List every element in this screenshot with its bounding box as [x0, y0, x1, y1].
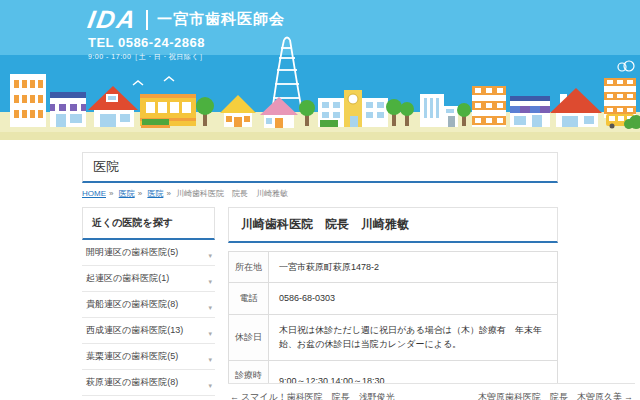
breadcrumb-link[interactable]: 医院 [147, 189, 163, 198]
clinic-pager: ←スマイル！歯科医院 院長 浅野俊光 木曽原歯科医院 院長 木曽原久美→ [228, 383, 635, 400]
breadcrumb-separator: » [109, 189, 113, 198]
clinic-details-table: 所在地 一宮市萩原町萩原1478-2 電話 0586-68-0303 休診日 木… [228, 251, 558, 400]
detail-value: 木日祝は休診ただし週に祝日がある場合は（木）診療有 年末年始、お盆の休診日は当院… [269, 314, 558, 360]
page-title: 医院 [82, 152, 558, 183]
sidebar-district-item[interactable]: 貴船連区の歯科医院(8) ▾ [82, 292, 215, 318]
sidebar-district-item[interactable]: 西成連区の歯科医院(13) ▾ [82, 318, 215, 344]
pager-next-wrap: 木曽原歯科医院 院長 木曽原久美→ [478, 391, 635, 400]
logo-mark-icon: IDA [86, 7, 139, 32]
district-label: 葉栗連区の歯科医院(5) [86, 350, 178, 363]
sidebar: 近くの医院を探す 開明連区の歯科医院(5) ▾ 起連区の歯科医院(1) ▾ 貴船… [82, 207, 215, 400]
header-hours: 9:00 - 17:00［土・日・祝日除く］ [88, 52, 285, 62]
chevron-down-icon: ▾ [208, 330, 212, 337]
breadcrumb-link[interactable]: 医院 [119, 189, 135, 198]
district-list: 開明連区の歯科医院(5) ▾ 起連区の歯科医院(1) ▾ 貴船連区の歯科医院(8… [82, 240, 215, 400]
detail-value: 0586-68-0303 [269, 283, 558, 314]
arrow-right-icon: → [624, 392, 633, 400]
breadcrumb-separator: » [138, 189, 142, 198]
chevron-down-icon: ▾ [208, 304, 212, 311]
sidebar-district-item[interactable]: 開明連区の歯科医院(5) ▾ [82, 240, 215, 266]
chevron-down-icon: ▾ [208, 382, 212, 389]
site-name: 一宮市歯科医師会 [157, 10, 285, 29]
clinic-detail: 川崎歯科医院 院長 川崎雅敏 所在地 一宮市萩原町萩原1478-2 電話 058… [228, 207, 558, 400]
sidebar-district-item[interactable]: 萩原連区の歯科医院(8) ▾ [82, 370, 215, 396]
detail-label: 電話 [229, 283, 269, 314]
chevron-down-icon: ▾ [208, 252, 212, 259]
breadcrumb-link[interactable]: HOME [82, 189, 106, 198]
sidebar-district-item[interactable]: 神山連区の歯科医院(10) ▾ [82, 396, 215, 400]
sidebar-district-item[interactable]: 起連区の歯科医院(1) ▾ [82, 266, 215, 292]
breadcrumb-separator: » [166, 189, 170, 198]
chevron-down-icon: ▾ [208, 278, 212, 285]
breadcrumb-links: HOME» 医院» 医院» [82, 189, 176, 198]
arrow-left-icon: ← [230, 392, 239, 400]
clinic-title: 川崎歯科医院 院長 川崎雅敏 [228, 207, 558, 243]
sidebar-district-item[interactable]: 葉栗連区の歯科医院(5) ▾ [82, 344, 215, 370]
district-label: 開明連区の歯科医院(5) [86, 246, 178, 259]
logo-divider [146, 10, 148, 30]
page-content: 医院 HOME» 医院» 医院» 川崎歯科医院 院長 川崎雅敏 近くの医院を探す… [0, 140, 640, 400]
detail-value: 一宮市萩原町萩原1478-2 [269, 252, 558, 283]
table-row: 休診日 木日祝は休診ただし週に祝日がある場合は（木）診療有 年末年始、お盆の休診… [229, 314, 558, 360]
detail-label: 休診日 [229, 314, 269, 360]
pager-prev-wrap: ←スマイル！歯科医院 院長 浅野俊光 [228, 391, 395, 400]
sidebar-title: 近くの医院を探す [82, 207, 215, 240]
next-clinic-link[interactable]: 木曽原歯科医院 院長 木曽原久美 [478, 392, 622, 400]
table-row: 電話 0586-68-0303 [229, 283, 558, 314]
prev-clinic-link[interactable]: スマイル！歯科医院 院長 浅野俊光 [241, 392, 395, 400]
site-logo[interactable]: IDA 一宮市歯科医師会 [88, 7, 285, 32]
table-row: 所在地 一宮市萩原町萩原1478-2 [229, 252, 558, 283]
chevron-down-icon: ▾ [208, 356, 212, 363]
detail-label: 所在地 [229, 252, 269, 283]
district-label: 貴船連区の歯科医院(8) [86, 298, 178, 311]
header-phone: TEL 0586-24-2868 [88, 35, 285, 50]
breadcrumb-current: 川崎歯科医院 院長 川崎雅敏 [176, 189, 288, 198]
district-label: 萩原連区の歯科医院(8) [86, 376, 178, 389]
district-label: 起連区の歯科医院(1) [86, 272, 169, 285]
district-label: 西成連区の歯科医院(13) [86, 324, 183, 337]
site-header: IDA 一宮市歯科医師会 TEL 0586-24-2868 9:00 - 17:… [0, 0, 640, 140]
breadcrumb: HOME» 医院» 医院» 川崎歯科医院 院長 川崎雅敏 [82, 188, 558, 199]
